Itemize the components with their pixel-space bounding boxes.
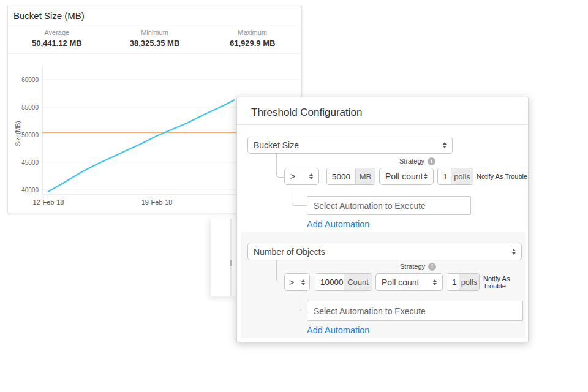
tree-connector (292, 185, 307, 206)
updown-spinner-icon (309, 173, 313, 179)
background-card (211, 218, 236, 296)
tree-connector (276, 154, 285, 178)
strategy-label-row: Strategy i (400, 262, 436, 271)
info-icon[interactable]: i (428, 263, 436, 271)
threshold-value-group: 10000 Count (315, 273, 372, 291)
strategy-type-value: Poll count (382, 277, 419, 287)
updown-spinner-icon (424, 173, 428, 179)
scrollbar-track[interactable] (230, 219, 232, 296)
page-background: Bucket Size (MB) Average 50,441.12 MB Mi… (0, 0, 588, 392)
notify-as-trouble-label: Notify As Trouble (477, 168, 527, 185)
threshold-value-input[interactable]: 10000 (315, 274, 344, 290)
operator-select[interactable]: > (284, 273, 310, 291)
strategy-type-value: Poll count (385, 172, 423, 181)
threshold-panel-title: Threshold Configuration (237, 97, 528, 125)
y-tick-label: 45000 (21, 159, 39, 166)
strategy-label-row: Strategy i (399, 157, 435, 165)
tree-connector (276, 260, 285, 282)
operator-select-value: > (289, 277, 294, 287)
add-automation-link[interactable]: Add Automation (307, 325, 369, 335)
y-tick-label: 60000 (21, 77, 39, 83)
stat-maximum: Maximum 61,929.9 MB (203, 29, 301, 48)
strategy-type-select[interactable]: Poll count (375, 273, 443, 291)
stat-minimum-label: Minimum (106, 29, 204, 36)
x-tick-label: 19-Feb-18 (141, 198, 173, 206)
strategy-label: Strategy (399, 157, 424, 165)
x-tick-label: 12-Feb-18 (33, 198, 64, 206)
operator-select-value: > (290, 172, 295, 181)
strategy-label: Strategy (400, 263, 425, 270)
y-tick-label: 50000 (21, 132, 39, 138)
poll-count-input[interactable]: 1 (447, 274, 459, 290)
operator-select[interactable]: > (284, 168, 319, 185)
chart-title: Bucket Size (MB) (8, 6, 301, 25)
notify-as-trouble-label: Notify As Trouble (483, 273, 528, 291)
select-automation-input[interactable]: Select Automation to Execute (307, 196, 471, 215)
threshold-value-group: 5000 MB (326, 168, 375, 185)
poll-count-input[interactable]: 1 (438, 168, 451, 184)
updown-spinner-icon (512, 249, 516, 255)
info-icon[interactable]: i (428, 157, 435, 165)
stat-maximum-value: 61,929.9 MB (203, 39, 301, 48)
select-automation-input[interactable]: Select Automation to Execute (307, 301, 523, 321)
attribute-select[interactable]: Bucket Size (247, 137, 453, 154)
add-automation-link[interactable]: Add Automation (307, 219, 369, 229)
threshold-value-input[interactable]: 5000 (327, 168, 355, 184)
poll-count-group: 1 polls (447, 273, 480, 291)
stat-minimum-value: 38,325.35 MB (106, 39, 204, 48)
attribute-select-value: Bucket Size (254, 140, 299, 150)
stat-maximum-label: Maximum (203, 29, 301, 36)
attribute-select[interactable]: Number of Objects (247, 243, 522, 260)
y-tick-label: 40000 (21, 187, 39, 194)
series-line (48, 100, 235, 191)
stat-average: Average 50,441.12 MB (8, 29, 106, 48)
y-axis-title: Size(MB) (15, 121, 21, 146)
poll-count-group: 1 polls (437, 168, 473, 185)
attribute-select-value: Number of Objects (254, 247, 325, 257)
updown-spinner-icon (443, 142, 447, 148)
strategy-type-select[interactable]: Poll count (379, 168, 434, 185)
scrollbar-thumb[interactable] (230, 260, 232, 266)
stat-minimum: Minimum 38,325.35 MB (106, 29, 204, 48)
chart-stats-row: Average 50,441.12 MB Minimum 38,325.35 M… (8, 25, 301, 54)
updown-spinner-icon (301, 279, 305, 285)
threshold-configuration-panel: Threshold Configuration Bucket Size Stra… (236, 97, 529, 342)
poll-unit-label: polls (459, 274, 479, 290)
y-tick-label: 55000 (21, 104, 39, 111)
threshold-unit-label: Count (344, 274, 372, 290)
threshold-unit-label: MB (355, 168, 375, 184)
stat-average-value: 50,441.12 MB (8, 39, 106, 48)
updown-spinner-icon (433, 279, 437, 285)
poll-unit-label: polls (451, 168, 473, 184)
stat-average-label: Average (8, 29, 106, 36)
